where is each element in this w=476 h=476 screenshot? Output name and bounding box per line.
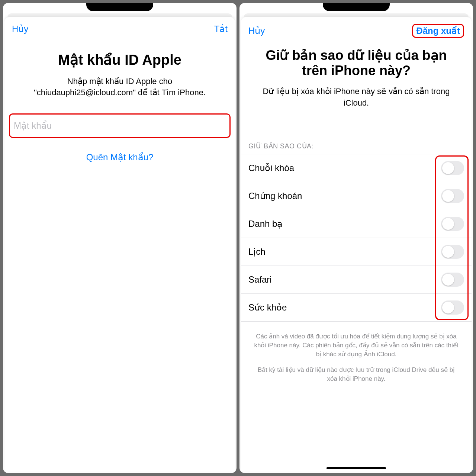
list-item-label: Lịch — [248, 247, 266, 257]
password-input[interactable] — [10, 115, 229, 137]
toggle-knob — [442, 218, 454, 230]
page-title: Giữ bản sao dữ liệu của bạn trên iPhone … — [241, 41, 472, 86]
list-item-label: Safari — [248, 274, 272, 285]
toggle-switch[interactable] — [441, 189, 464, 203]
list-item: Lịch — [241, 238, 472, 266]
page-subtitle: Nhập mật khẩu ID Apple cho "chiudauphi25… — [4, 76, 235, 110]
list-item-label: Chứng khoán — [248, 191, 302, 201]
sheet-back-layer — [7, 13, 232, 17]
list-item: Chứng khoán — [241, 182, 472, 210]
notch — [86, 3, 153, 11]
nav-bar: Hủy Đăng xuất — [241, 17, 472, 41]
list-item: Sức khỏe — [241, 294, 472, 322]
sheet-back-layer — [244, 13, 469, 17]
list-item: Chuỗi khóa — [241, 154, 472, 182]
sign-out-button[interactable]: Đăng xuất — [412, 24, 464, 38]
notch — [323, 3, 390, 11]
footnote-photos: Các ảnh và video đã được tối ưu hóa để t… — [241, 322, 472, 358]
list-item-label: Chuỗi khóa — [248, 163, 294, 173]
status-bar — [239, 3, 473, 13]
toggle-switch[interactable] — [441, 300, 464, 315]
page-title: Mật khẩu ID Apple — [4, 37, 235, 76]
toggle-knob — [442, 274, 454, 286]
password-field-highlight — [9, 113, 231, 138]
footnote-drive: Bất kỳ tài liệu và dữ liệu nào được lưu … — [241, 359, 472, 383]
page-subtitle: Dữ liệu bị xóa khỏi iPhone này sẽ vẫn có… — [241, 86, 472, 120]
toggle-knob — [442, 190, 454, 202]
home-indicator — [327, 467, 386, 469]
forgot-password-link[interactable]: Quên Mật khẩu? — [4, 138, 235, 177]
toggle-switch[interactable] — [441, 273, 464, 287]
toggle-list: Chuỗi khóaChứng khoánDanh bạLịchSafariSứ… — [241, 154, 472, 322]
section-header: GIỮ BẢN SAO CỦA: — [241, 142, 472, 154]
toggle-switch[interactable] — [441, 161, 464, 175]
toggle-switch[interactable] — [441, 245, 464, 259]
status-bar — [3, 3, 237, 13]
modal-sheet-password: Hủy Tắt Mật khẩu ID Apple Nhập mật khẩu … — [4, 17, 235, 472]
list-item: Safari — [241, 266, 472, 294]
list-item-label: Sức khỏe — [248, 302, 287, 313]
list-item-label: Danh bạ — [248, 219, 283, 229]
cancel-button[interactable]: Hủy — [12, 24, 28, 34]
toggle-knob — [442, 162, 454, 174]
turn-off-button[interactable]: Tắt — [214, 24, 228, 34]
nav-bar: Hủy Tắt — [4, 17, 235, 37]
modal-sheet-keepdata: Hủy Đăng xuất Giữ bản sao dữ liệu của bạ… — [241, 17, 472, 472]
toggle-knob — [442, 246, 454, 258]
list-item: Danh bạ — [241, 210, 472, 238]
phone-left: Hủy Tắt Mật khẩu ID Apple Nhập mật khẩu … — [3, 3, 237, 473]
phone-right: Hủy Đăng xuất Giữ bản sao dữ liệu của bạ… — [239, 3, 473, 473]
toggle-list-wrap: Chuỗi khóaChứng khoánDanh bạLịchSafariSứ… — [241, 154, 472, 322]
cancel-button[interactable]: Hủy — [248, 26, 265, 36]
toggle-switch[interactable] — [441, 217, 464, 231]
toggle-knob — [442, 302, 454, 313]
